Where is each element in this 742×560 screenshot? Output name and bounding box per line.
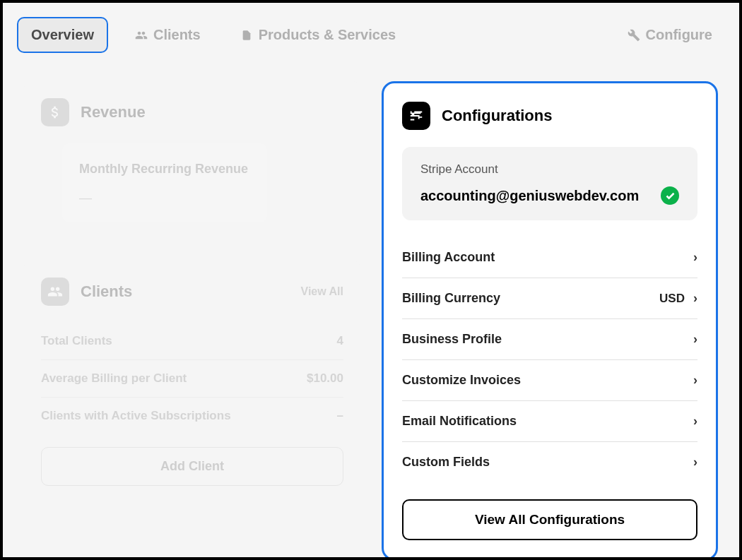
revenue-card: Revenue Monthly Recurring Revenue — <box>24 81 360 239</box>
tab-clients[interactable]: Clients <box>122 18 213 52</box>
stat-label: Clients with Active Subscriptions <box>41 409 231 423</box>
config-row-label: Billing Account <box>402 250 495 265</box>
stat-value: – <box>337 409 343 423</box>
config-row-label: Custom Fields <box>402 455 490 470</box>
chevron-right-icon: › <box>693 455 697 470</box>
file-icon <box>240 29 253 42</box>
config-row-label: Business Profile <box>402 332 502 347</box>
tab-products-label: Products & Services <box>259 27 396 43</box>
config-row-label: Customize Invoices <box>402 373 521 388</box>
tab-clients-label: Clients <box>153 27 201 43</box>
config-header: Configurations <box>402 102 697 130</box>
tab-configure[interactable]: Configure <box>615 18 725 52</box>
stat-label: Total Clients <box>41 334 112 348</box>
right-column: Configurations Stripe Account accounting… <box>382 81 718 560</box>
chevron-right-icon: › <box>693 414 697 429</box>
tab-configure-label: Configure <box>646 27 712 43</box>
chevron-right-icon: › <box>693 291 697 306</box>
config-row-label: Email Notifications <box>402 414 517 429</box>
stat-avg-billing: Average Billing per Client $10.00 <box>41 360 343 398</box>
config-row-business-profile[interactable]: Business Profile › <box>402 319 697 360</box>
add-client-button[interactable]: Add Client <box>41 447 343 486</box>
config-row-label: Billing Currency <box>402 291 500 306</box>
dollar-icon <box>41 98 69 126</box>
clients-header: Clients View All <box>41 278 343 306</box>
clients-card: Clients View All Total Clients 4 Average… <box>24 261 360 503</box>
stat-value: 4 <box>337 334 343 348</box>
revenue-header: Revenue <box>41 98 343 126</box>
mrr-label: Monthly Recurring Revenue <box>79 160 250 178</box>
content: Revenue Monthly Recurring Revenue — Clie… <box>17 81 725 560</box>
stat-active-subs: Clients with Active Subscriptions – <box>41 398 343 434</box>
mrr-box: Monthly Recurring Revenue — <box>62 143 267 222</box>
sliders-icon <box>402 102 430 130</box>
stat-value: $10.00 <box>307 371 343 386</box>
tab-products[interactable]: Products & Services <box>228 18 409 52</box>
stripe-row: accounting@geniuswebdev.com <box>420 186 679 205</box>
view-all-configurations-button[interactable]: View All Configurations <box>402 499 697 540</box>
config-row-value: USD <box>659 292 685 306</box>
stripe-email: accounting@geniuswebdev.com <box>420 188 639 204</box>
tab-bar: Overview Clients Products & Services Con… <box>17 17 725 53</box>
stripe-label: Stripe Account <box>420 162 679 177</box>
stripe-account-box[interactable]: Stripe Account accounting@geniuswebdev.c… <box>402 147 697 220</box>
left-column: Revenue Monthly Recurring Revenue — Clie… <box>24 81 360 560</box>
config-title: Configurations <box>442 107 552 125</box>
chevron-right-icon: › <box>693 373 697 388</box>
check-circle-icon <box>661 186 679 205</box>
tab-overview-label: Overview <box>31 27 94 43</box>
tab-overview[interactable]: Overview <box>17 17 108 53</box>
stat-total-clients: Total Clients 4 <box>41 323 343 360</box>
clients-title: Clients <box>81 282 132 301</box>
wrench-icon <box>628 29 640 42</box>
users-icon <box>135 29 148 42</box>
stat-label: Average Billing per Client <box>41 371 187 386</box>
config-row-email-notifications[interactable]: Email Notifications › <box>402 401 697 442</box>
config-row-billing-account[interactable]: Billing Account › <box>402 237 697 278</box>
revenue-title: Revenue <box>81 103 146 121</box>
users-icon <box>41 278 69 306</box>
clients-view-all-link[interactable]: View All <box>301 285 343 298</box>
config-row-customize-invoices[interactable]: Customize Invoices › <box>402 360 697 401</box>
config-row-billing-currency[interactable]: Billing Currency USD › <box>402 278 697 319</box>
chevron-right-icon: › <box>693 250 697 265</box>
chevron-right-icon: › <box>693 332 697 347</box>
config-row-custom-fields[interactable]: Custom Fields › <box>402 442 697 482</box>
mrr-value: — <box>79 191 250 205</box>
configurations-card: Configurations Stripe Account accounting… <box>382 81 718 560</box>
